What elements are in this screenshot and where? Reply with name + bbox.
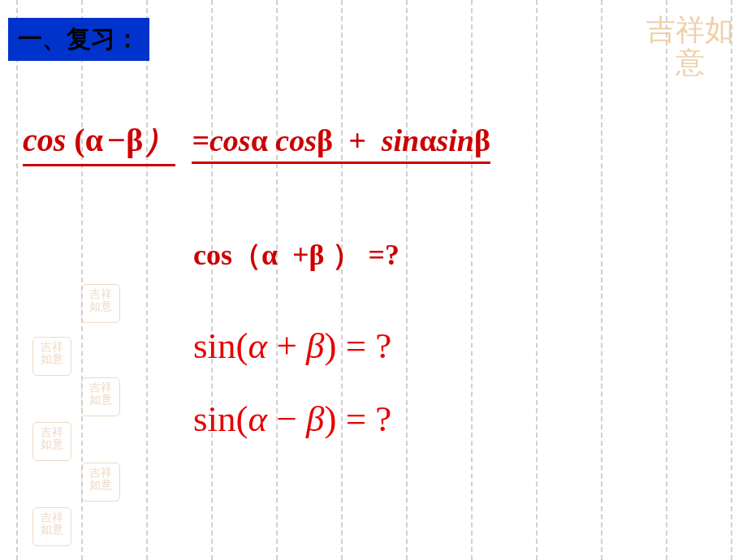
formula-lhs: cos (α−β） xyxy=(23,118,175,166)
question-cos-sum: cos（α +β ） =? xyxy=(193,235,399,275)
decorative-stamp-1: 吉祥如意 xyxy=(81,284,120,323)
question-sin-diff: sin(α − β) = ? xyxy=(193,398,391,440)
section-header-text: 一、复习： xyxy=(18,25,140,52)
section-header-box: 一、复习： xyxy=(8,18,149,61)
decorative-stamp-5: 吉祥如意 xyxy=(81,463,120,502)
decorative-stamp-large: 吉祥如意 xyxy=(637,6,743,112)
formula-rhs: =cosα cosβ + sinαsinβ xyxy=(192,123,490,164)
question-sin-sum: sin(α + β) = ? xyxy=(193,325,391,367)
decorative-stamp-3: 吉祥如意 xyxy=(81,377,120,416)
decorative-stamp-2: 吉祥如意 xyxy=(32,337,71,376)
decorative-stamp-6: 吉祥如意 xyxy=(32,507,71,546)
formula-cosine-difference: cos (α−β） =cosα cosβ + sinαsinβ xyxy=(23,118,490,166)
decorative-stamp-4: 吉祥如意 xyxy=(32,422,71,461)
